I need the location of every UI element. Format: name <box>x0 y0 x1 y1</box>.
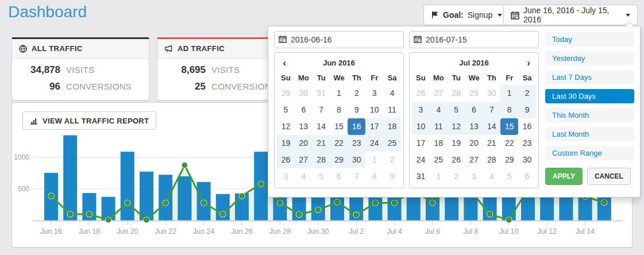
calendar-day[interactable]: 1 <box>330 85 348 102</box>
calendar-day[interactable]: 17 <box>412 135 430 152</box>
calendar-day[interactable]: 3 <box>412 102 430 118</box>
preset-range-item[interactable]: Last 30 Days <box>545 89 634 103</box>
calendar-day[interactable]: 16 <box>348 118 365 135</box>
calendar-day[interactable]: 25 <box>430 152 448 168</box>
calendar-day[interactable]: 28 <box>483 152 500 168</box>
calendar-day[interactable]: 9 <box>518 102 536 118</box>
calendar-day[interactable]: 19 <box>448 135 465 152</box>
preset-range-item[interactable]: Last Month <box>545 127 634 141</box>
calendar-day[interactable]: 3 <box>465 168 483 185</box>
line-marker[interactable] <box>335 200 340 204</box>
calendar-day[interactable]: 13 <box>465 118 483 135</box>
calendar-day[interactable]: 10 <box>365 102 383 118</box>
line-marker[interactable] <box>373 200 377 205</box>
calendar-day[interactable]: 24 <box>412 152 430 168</box>
calendar-day[interactable]: 8 <box>365 168 383 185</box>
calendar-day[interactable]: 5 <box>500 168 518 185</box>
calendar-day[interactable]: 15 <box>330 118 348 135</box>
calendar-day[interactable]: 24 <box>365 135 383 152</box>
calendar-day[interactable]: 15 <box>500 118 518 135</box>
calendar-day[interactable]: 21 <box>313 135 330 152</box>
calendar-day[interactable]: 7 <box>313 102 330 118</box>
line-marker[interactable] <box>68 212 72 217</box>
calendar-day[interactable]: 5 <box>448 102 465 118</box>
calendar-day[interactable]: 1 <box>500 85 518 102</box>
calendar-day[interactable]: 9 <box>383 168 401 185</box>
calendar-day[interactable]: 26 <box>448 152 465 168</box>
line-marker[interactable] <box>202 200 206 205</box>
calendar-day[interactable]: 18 <box>430 135 448 152</box>
calendar-day[interactable]: 17 <box>365 118 383 135</box>
preset-range-item[interactable]: Today <box>545 32 634 47</box>
calendar-day[interactable]: 4 <box>383 85 401 102</box>
line-marker[interactable] <box>297 212 302 217</box>
cancel-button[interactable]: CANCEL <box>587 168 631 185</box>
calendar-day[interactable]: 31 <box>313 85 330 102</box>
calendar-day[interactable]: 29 <box>465 85 483 102</box>
line-marker[interactable] <box>392 200 397 205</box>
line-marker[interactable] <box>259 181 263 186</box>
visits-bar[interactable] <box>121 152 134 221</box>
line-marker[interactable] <box>488 212 492 217</box>
start-date-input[interactable] <box>274 31 404 48</box>
view-all-traffic-report-button[interactable]: VIEW ALL TRAFFIC REPORT <box>22 111 156 130</box>
line-marker[interactable] <box>163 200 168 205</box>
line-marker[interactable] <box>106 218 111 222</box>
calendar-day[interactable]: 12 <box>277 118 295 135</box>
calendar-day[interactable]: 2 <box>518 85 536 102</box>
calendar-day[interactable]: 25 <box>383 135 401 152</box>
calendar-day[interactable]: 8 <box>500 102 518 118</box>
calendar-day[interactable]: 30 <box>295 85 313 102</box>
calendar-day[interactable]: 6 <box>518 168 536 185</box>
line-marker[interactable] <box>182 163 187 168</box>
calendar-day[interactable]: 6 <box>465 102 483 118</box>
preset-range-item[interactable]: Yesterday <box>545 51 634 65</box>
calendar-day[interactable]: 3 <box>277 168 295 185</box>
calendar-day[interactable]: 19 <box>277 135 295 152</box>
calendar-day[interactable]: 12 <box>448 118 465 135</box>
calendar-day[interactable]: 14 <box>483 118 500 135</box>
line-marker[interactable] <box>240 194 244 198</box>
prev-month-icon[interactable]: ‹ <box>278 55 291 71</box>
date-range-button[interactable]: June 16, 2016 - July 15, 2016 <box>503 5 638 25</box>
calendar-day[interactable]: 29 <box>500 152 518 168</box>
visits-bar[interactable] <box>159 175 172 221</box>
calendar-day[interactable]: 21 <box>483 135 500 152</box>
calendar-day[interactable]: 30 <box>483 85 500 102</box>
calendar-day[interactable]: 29 <box>277 85 295 102</box>
calendar-day[interactable]: 26 <box>277 152 295 168</box>
calendar-day[interactable]: 20 <box>465 135 483 152</box>
calendar-day[interactable]: 11 <box>430 118 448 135</box>
calendar-day[interactable]: 29 <box>330 152 348 168</box>
calendar-day[interactable]: 27 <box>295 152 313 168</box>
next-month-icon[interactable]: › <box>522 55 535 71</box>
line-marker[interactable] <box>430 200 435 205</box>
line-marker[interactable] <box>125 200 130 205</box>
line-marker[interactable] <box>87 212 91 217</box>
calendar-day[interactable]: 2 <box>383 152 401 168</box>
calendar-day[interactable]: 4 <box>295 168 313 185</box>
calendar-day[interactable]: 3 <box>365 85 383 102</box>
calendar-day[interactable]: 10 <box>412 118 430 135</box>
calendar-day[interactable]: 14 <box>313 118 330 135</box>
calendar-day[interactable]: 1 <box>365 152 383 168</box>
calendar-day[interactable]: 30 <box>518 152 536 168</box>
calendar-day[interactable]: 31 <box>412 168 430 185</box>
visits-bar[interactable] <box>63 136 77 221</box>
calendar-day[interactable]: 28 <box>448 85 465 102</box>
line-marker[interactable] <box>316 207 321 212</box>
calendar-day[interactable]: 7 <box>483 102 500 118</box>
calendar-day[interactable]: 23 <box>518 135 536 152</box>
calendar-day[interactable]: 18 <box>383 118 401 135</box>
calendar-day[interactable]: 20 <box>295 135 313 152</box>
calendar-day[interactable]: 22 <box>330 135 348 152</box>
visits-bar[interactable] <box>140 172 153 221</box>
preset-range-item[interactable]: Custom Range <box>545 146 634 160</box>
line-marker[interactable] <box>602 200 607 205</box>
calendar-day[interactable]: 2 <box>348 85 365 102</box>
line-marker[interactable] <box>49 194 53 198</box>
calendar-day[interactable]: 27 <box>430 85 448 102</box>
preset-range-item[interactable]: This Month <box>545 108 634 122</box>
calendar-day[interactable]: 8 <box>330 102 348 118</box>
line-marker[interactable] <box>507 218 511 222</box>
